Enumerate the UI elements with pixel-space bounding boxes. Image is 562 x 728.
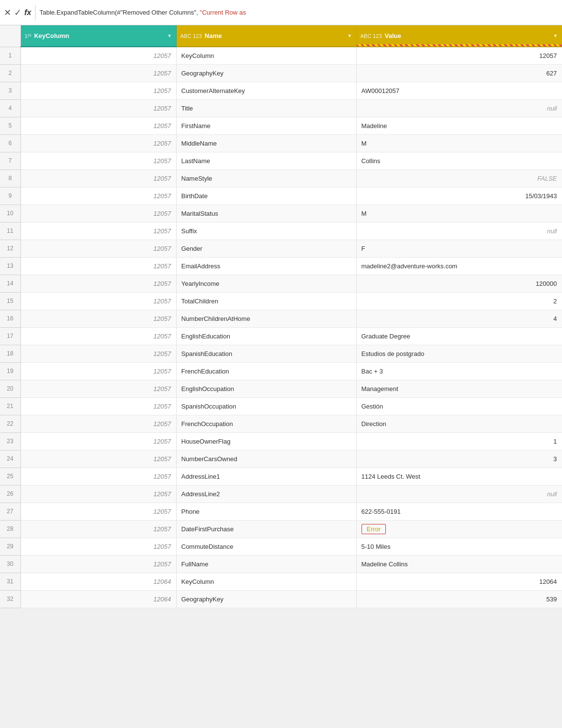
data-table: 1²³ KeyColumn ▼ ABC 123 Name ▼ xyxy=(0,25,562,608)
row-number: 7 xyxy=(0,152,20,169)
cell-value: Bac + 3 xyxy=(356,362,562,380)
cell-value: 1 xyxy=(356,432,562,450)
row-number: 18 xyxy=(0,345,20,362)
row-number: 28 xyxy=(0,520,20,538)
cell-name: AddressLine1 xyxy=(176,467,356,485)
cell-value: Collins xyxy=(356,152,562,169)
row-number: 12 xyxy=(0,240,20,257)
row-number: 20 xyxy=(0,380,20,397)
cell-value: Direction xyxy=(356,415,562,432)
formula-text-prefix: Table.ExpandTableColumn(#"Removed Other … xyxy=(39,9,199,16)
row-number: 26 xyxy=(0,485,20,503)
table-row: 1212057GenderF xyxy=(0,240,562,257)
row-number: 8 xyxy=(0,169,20,187)
cell-value: 539 xyxy=(356,590,562,608)
cell-value: null xyxy=(356,99,562,117)
cell-key-column: 12057 xyxy=(20,345,176,362)
header-name[interactable]: ABC 123 Name ▼ xyxy=(176,25,356,47)
fx-icon: fx xyxy=(24,8,31,17)
table-row: 1612057NumberChildrenAtHome4 xyxy=(0,310,562,327)
formula-bar: ✕ ✓ fx Table.ExpandTableColumn(#"Removed… xyxy=(0,0,562,25)
table-row: 212057GeographyKey627 xyxy=(0,64,562,82)
table-row: 512057FirstNameMadeline xyxy=(0,117,562,134)
cell-name: FrenchOccupation xyxy=(176,415,356,432)
cell-key-column: 12057 xyxy=(20,485,176,503)
row-number: 6 xyxy=(0,134,20,152)
cell-value: F xyxy=(356,240,562,257)
cell-key-column: 12057 xyxy=(20,47,176,64)
cell-name: KeyColumn xyxy=(176,573,356,590)
table-row: 2112057SpanishOccupationGestión xyxy=(0,397,562,415)
table-row: 1812057SpanishEducationEstudios de postg… xyxy=(0,345,562,362)
table-row: 412057Titlenull xyxy=(0,99,562,117)
cell-key-column: 12057 xyxy=(20,380,176,397)
check-icon[interactable]: ✓ xyxy=(14,7,21,18)
cell-value: Madeline Collins xyxy=(356,555,562,573)
row-number: 29 xyxy=(0,538,20,555)
table-row: 1112057Suffixnull xyxy=(0,222,562,240)
row-number: 19 xyxy=(0,362,20,380)
cell-key-column: 12057 xyxy=(20,134,176,152)
cell-key-column: 12057 xyxy=(20,310,176,327)
cell-name: TotalChildren xyxy=(176,292,356,310)
table-row: 112057KeyColumn12057 xyxy=(0,47,562,64)
header-key-column[interactable]: 1²³ KeyColumn ▼ xyxy=(20,25,176,47)
cell-value: madeline2@adventure-works.com xyxy=(356,257,562,275)
row-number: 5 xyxy=(0,117,20,134)
row-number: 27 xyxy=(0,503,20,520)
cell-name: SpanishOccupation xyxy=(176,397,356,415)
row-number: 22 xyxy=(0,415,20,432)
cell-name: FullName xyxy=(176,555,356,573)
table-row: 812057NameStyleFALSE xyxy=(0,169,562,187)
table-row: 3212064GeographyKey539 xyxy=(0,590,562,608)
close-icon[interactable]: ✕ xyxy=(4,7,11,18)
cell-name: MaritalStatus xyxy=(176,205,356,222)
cell-value: Error xyxy=(356,520,562,538)
table-row: 2212057FrenchOccupationDirection xyxy=(0,415,562,432)
cell-name: FirstName xyxy=(176,117,356,134)
cell-name: MiddleName xyxy=(176,134,356,152)
cell-name: NumberChildrenAtHome xyxy=(176,310,356,327)
cell-value: 12064 xyxy=(356,573,562,590)
value-dropdown-icon[interactable]: ▼ xyxy=(553,33,558,38)
cell-key-column: 12064 xyxy=(20,573,176,590)
cell-key-column: 12057 xyxy=(20,187,176,205)
cell-name: GeographyKey xyxy=(176,590,356,608)
cell-name: Phone xyxy=(176,503,356,520)
cell-name: Gender xyxy=(176,240,356,257)
cell-name: FrenchEducation xyxy=(176,362,356,380)
table-row: 1312057EmailAddressmadeline2@adventure-w… xyxy=(0,257,562,275)
row-number: 11 xyxy=(0,222,20,240)
cell-value: AW00012057 xyxy=(356,82,562,99)
cell-name: DateFirstPurchase xyxy=(176,520,356,538)
row-number: 32 xyxy=(0,590,20,608)
cell-key-column: 12057 xyxy=(20,240,176,257)
cell-value: 4 xyxy=(356,310,562,327)
table-container: 1²³ KeyColumn ▼ ABC 123 Name ▼ xyxy=(0,25,562,608)
cell-name: EmailAddress xyxy=(176,257,356,275)
cell-name: YearlyIncome xyxy=(176,275,356,292)
formula-bar-icons: ✕ ✓ fx xyxy=(4,7,31,18)
cell-value: FALSE xyxy=(356,169,562,187)
table-row: 2712057Phone622-555-0191 xyxy=(0,503,562,520)
table-row: 2412057NumberCarsOwned3 xyxy=(0,450,562,467)
cell-value: 627 xyxy=(356,64,562,82)
key-column-dropdown-icon[interactable]: ▼ xyxy=(167,33,172,38)
name-dropdown-icon[interactable]: ▼ xyxy=(347,33,352,38)
table-row: 712057LastNameCollins xyxy=(0,152,562,169)
cell-key-column: 12057 xyxy=(20,152,176,169)
table-row: 912057BirthDate15/03/1943 xyxy=(0,187,562,205)
table-row: 2012057EnglishOccupationManagement xyxy=(0,380,562,397)
cell-value: null xyxy=(356,222,562,240)
cell-value: Gestión xyxy=(356,397,562,415)
cell-key-column: 12057 xyxy=(20,64,176,82)
key-column-label: KeyColumn xyxy=(34,32,69,39)
row-number: 16 xyxy=(0,310,20,327)
header-value[interactable]: ABC 123 Value ▼ xyxy=(356,25,562,47)
cell-key-column: 12057 xyxy=(20,520,176,538)
cell-key-column: 12057 xyxy=(20,555,176,573)
cell-key-column: 12057 xyxy=(20,503,176,520)
key-column-type-icon: 1²³ xyxy=(25,33,31,39)
table-row: 612057MiddleNameM xyxy=(0,134,562,152)
cell-name: SpanishEducation xyxy=(176,345,356,362)
